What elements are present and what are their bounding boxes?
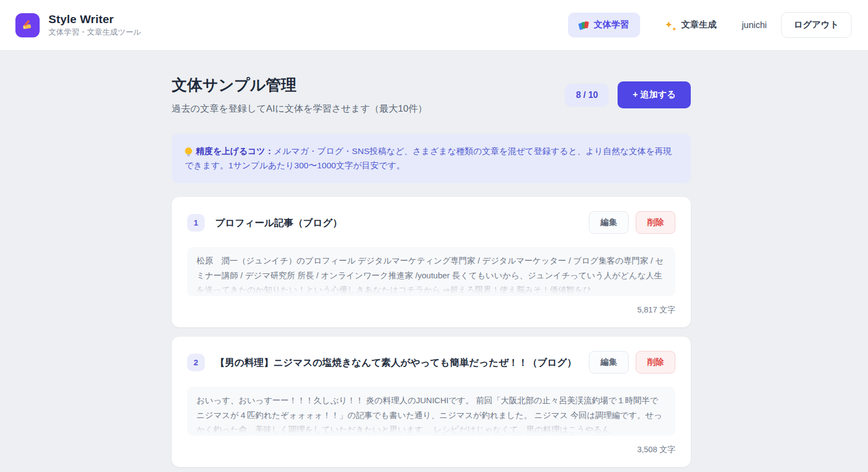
- add-sample-button[interactable]: + 追加する: [618, 81, 691, 108]
- sparkles-icon: ✦✦: [665, 20, 676, 31]
- title-controls: 8 / 10 + 追加する: [565, 81, 691, 108]
- sample-preview-box: 松原 潤一（ジュンイチ）のプロフィール デジタルマーケティング専門家 / デジタ…: [187, 247, 675, 296]
- page-title: 文体サンプル管理: [172, 75, 427, 96]
- app-title: Style Writer: [48, 13, 141, 26]
- sample-number-badge: 2: [187, 354, 205, 371]
- edit-button[interactable]: 編集: [589, 211, 629, 234]
- tab-style-learning-label: 文体学習: [594, 19, 629, 31]
- app-logo: [15, 13, 40, 37]
- delete-button[interactable]: 削除: [636, 351, 675, 374]
- books-icon: [579, 21, 589, 30]
- sample-number-badge: 1: [187, 214, 205, 232]
- sample-preview-text: おいっす、おいっすーー！！！久しぶり！！ 炎の料理人のJUNICHIです。 前回…: [196, 393, 666, 436]
- sample-card-header: 2 【男の料理】ニジマスの塩焼きなんて素人がやっても簡単だったぜ！！（ブログ） …: [187, 351, 675, 374]
- edit-button[interactable]: 編集: [589, 351, 629, 374]
- sample-title: プロフィール記事（ブログ）: [215, 216, 580, 229]
- sample-card-actions: 編集 削除: [589, 211, 675, 234]
- username: junichi: [742, 20, 767, 30]
- sample-title: 【男の料理】ニジマスの塩焼きなんて素人がやっても簡単だったぜ！！（ブログ）: [215, 356, 580, 369]
- sample-preview-box: おいっす、おいっすーー！！！久しぶり！！ 炎の料理人のJUNICHIです。 前回…: [187, 387, 675, 436]
- sample-char-count: 5,817 文字: [187, 305, 675, 315]
- tip-box: 精度を上げるコツ：メルマガ・ブログ・SNS投稿など、さまざまな種類の文章を混ぜて…: [172, 134, 691, 183]
- sample-card: 2 【男の料理】ニジマスの塩焼きなんて素人がやっても簡単だったぜ！！（ブログ） …: [172, 337, 691, 467]
- app-header: Style Writer 文体学習・文章生成ツール 文体学習 ✦✦ 文章生成 j…: [0, 0, 868, 51]
- sample-card-actions: 編集 削除: [589, 351, 675, 374]
- delete-button[interactable]: 削除: [636, 211, 675, 234]
- sample-card-list: 1 プロフィール記事（ブログ） 編集 削除 松原 潤一（ジュンイチ）のプロフィー…: [172, 197, 691, 472]
- sample-preview-text: 松原 潤一（ジュンイチ）のプロフィール デジタルマーケティング専門家 / デジタ…: [196, 254, 666, 296]
- brand: Style Writer 文体学習・文章生成ツール: [15, 13, 141, 37]
- sample-counter-badge: 8 / 10: [565, 84, 609, 107]
- brand-text: Style Writer 文体学習・文章生成ツール: [48, 13, 141, 37]
- app-subtitle: 文体学習・文章生成ツール: [48, 28, 141, 37]
- light-bulb-icon: [185, 147, 192, 155]
- page-title-block: 文体サンプル管理 過去の文章を登録してAIに文体を学習させます（最大10件）: [172, 75, 427, 115]
- tab-style-learning[interactable]: 文体学習: [568, 13, 640, 37]
- sample-card-header: 1 プロフィール記事（ブログ） 編集 削除: [187, 211, 675, 234]
- page-subtitle: 過去の文章を登録してAIに文体を学習させます（最大10件）: [172, 102, 427, 115]
- writing-hand-icon: [21, 18, 34, 33]
- page-title-row: 文体サンプル管理 過去の文章を登録してAIに文体を学習させます（最大10件） 8…: [172, 75, 691, 115]
- logout-button[interactable]: ログアウト: [781, 12, 851, 38]
- tab-text-generation-label: 文章生成: [681, 19, 717, 31]
- sample-char-count: 3,508 文字: [187, 444, 675, 455]
- tip-bold-text: 精度を上げるコツ：: [196, 146, 274, 156]
- main-content: 文体サンプル管理 過去の文章を登録してAIに文体を学習させます（最大10件） 8…: [172, 51, 691, 472]
- tab-text-generation[interactable]: ✦✦ 文章生成: [654, 13, 728, 37]
- sample-card: 1 プロフィール記事（ブログ） 編集 削除 松原 潤一（ジュンイチ）のプロフィー…: [172, 197, 691, 327]
- header-nav: 文体学習 ✦✦ 文章生成 junichi ログアウト: [568, 12, 851, 38]
